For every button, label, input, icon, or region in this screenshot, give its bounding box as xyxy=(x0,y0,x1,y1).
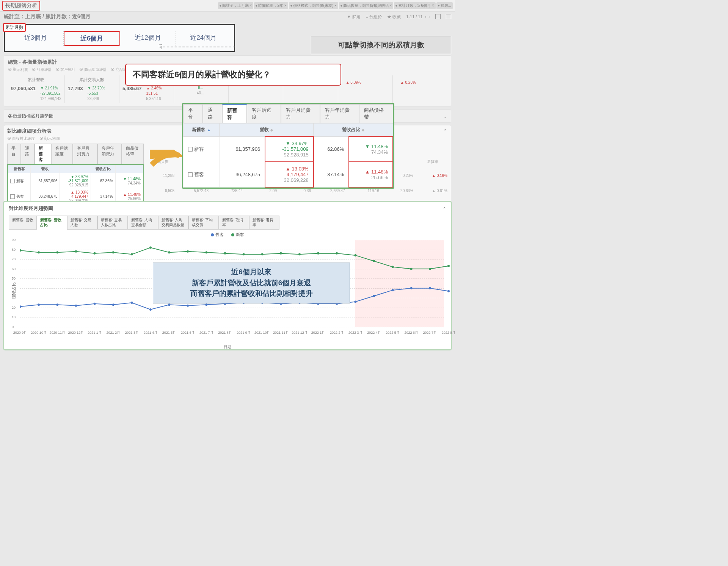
overlay-tab[interactable]: 商品價格帶 xyxy=(359,104,393,123)
svg-point-10 xyxy=(205,303,207,306)
grid-view-icon[interactable] xyxy=(435,14,441,19)
detail-tab[interactable]: 通路 xyxy=(21,144,35,164)
svg-point-46 xyxy=(429,268,431,270)
period-option[interactable]: 近6個月 xyxy=(64,31,121,46)
chart-tab[interactable]: 新舊客: 退貨率 xyxy=(249,216,279,230)
chart-tabs: 新舊客: 營收新舊客: 營收占比新舊客: 交易人數新舊客: 交易人數占比新舊客:… xyxy=(9,216,446,230)
svg-point-9 xyxy=(187,305,189,307)
detail-subtab[interactable]: ⦿ 顯示利潤 xyxy=(39,136,60,141)
chart-tab[interactable]: 新舊客: 交易人數占比 xyxy=(97,216,128,230)
pager-prev-icon[interactable]: ‹ xyxy=(425,14,427,19)
chart-title: 對比維度逐月趨勢圖 xyxy=(9,205,53,212)
chart-panel: 對比維度逐月趨勢圖 ⌃ 新舊客: 營收新舊客: 營收占比新舊客: 交易人數新舊客… xyxy=(3,201,452,350)
period-option[interactable]: 近12個月 xyxy=(120,31,176,46)
chevron-up-icon[interactable]: ⌃ xyxy=(442,206,446,212)
chart-tab[interactable]: 新舊客: 取消率 xyxy=(219,216,249,230)
period-label: 累計月數 xyxy=(3,23,26,32)
chart-tab[interactable]: 新舊客: 交易人數 xyxy=(67,216,97,230)
filter-chip[interactable]: ▾商品數量：銷售折扣與贈品 × xyxy=(339,2,394,9)
svg-point-33 xyxy=(187,250,189,253)
filter-chip[interactable]: ▾搜尋... xyxy=(436,2,453,9)
overlay-table-grid: 新舊客▲營收◆營收占比◆ 新客 61,357,906 ▼ 33.97%-31,5… xyxy=(183,123,393,188)
svg-point-31 xyxy=(149,246,152,249)
legend-item-old[interactable]: 舊客 xyxy=(211,232,224,238)
arrow-icon xyxy=(150,150,184,169)
svg-point-22 xyxy=(429,287,431,289)
summary-subtab[interactable]: ⦿ 客戶統計 xyxy=(56,67,76,72)
detail-subtab[interactable]: ⦿ 自設對比維度 xyxy=(7,136,35,141)
bg-row-2: 6,5055,572.43735.442.090.362,669.47-119.… xyxy=(143,189,450,193)
svg-point-47 xyxy=(447,265,450,267)
chart-tab[interactable]: 新舊客: 平均成交價 xyxy=(188,216,219,230)
filter-chip[interactable]: ▾篩註至：上月底 × xyxy=(218,2,254,9)
overlay-tabs: 平台通路新舊客客戶活躍度客戶月消費力客戶年消費力商品價格帶 xyxy=(183,104,393,123)
filter-chips: ▾篩註至：上月底 ×▾時間範圍：2年 ×▾價格模式：銷售價(未稅) ×▾商品數量… xyxy=(218,2,453,9)
chart-tab[interactable]: 新舊客: 營收占比 xyxy=(37,216,67,230)
overlay-tab[interactable]: 新舊客 xyxy=(222,104,246,123)
svg-point-3 xyxy=(75,305,77,307)
summary-subtab[interactable]: ⦿ 顯示利潤 xyxy=(8,67,28,72)
summary-subtab[interactable]: ⦿ 訂單統計 xyxy=(32,67,52,72)
overlay-tab[interactable]: 客戶月消費力 xyxy=(281,104,320,123)
filter-chip[interactable]: ▾累計月數：近6個月 × xyxy=(394,2,435,9)
period-option[interactable]: 近24個月 xyxy=(176,31,231,46)
period-option[interactable]: 近3個月 xyxy=(8,31,64,46)
table-row[interactable]: 新客61,357,906▼ 33.97%-31,571,00992,928,91… xyxy=(8,173,143,189)
svg-point-32 xyxy=(168,251,170,253)
detail-tab[interactable]: 平台 xyxy=(7,144,21,164)
table-row[interactable]: 新客 61,357,906 ▼ 33.97%-31,571,00992,928,… xyxy=(184,136,393,162)
page-title: 長期趨勢分析 xyxy=(2,1,40,11)
chart-tab[interactable]: 新舊客: 營收 xyxy=(9,216,37,230)
chart-area: 營收占比 近6個月以來新客戶累計營收及佔比就前6個月衰退而舊客戶的累計營收和佔比… xyxy=(9,240,446,335)
metric-card: 累計交易人數17,793▼ 23.79%-5,55323,346 xyxy=(65,75,119,103)
pager-text: 1-11 / 11 xyxy=(406,14,422,19)
filter-chip[interactable]: ▾價格模式：銷售價(未稅) × xyxy=(289,2,338,9)
detail-tabs: 平台通路新舊客客戶活躍度客戶月消費力客戶年消費力商品價格帶 xyxy=(7,144,144,164)
legend-item-new[interactable]: 新客 xyxy=(231,232,244,238)
summary-subtab[interactable]: ⦿ 商品型號統計 xyxy=(79,67,107,72)
chevron-down-icon: ⌄ xyxy=(443,114,447,119)
detail-tab[interactable]: 客戶活躍度 xyxy=(51,144,73,164)
overlay-tab[interactable]: 通路 xyxy=(203,104,223,123)
subtitle-row: 統計至：上月底 / 累計月數：近6個月 ▼ 篩選 ≡ 分組於 ★ 收藏 1-11… xyxy=(0,12,455,22)
overlay-table: 平台通路新舊客客戶活躍度客戶月消費力客戶年消費力商品價格帶 新舊客▲營收◆營收占… xyxy=(182,103,394,189)
callout-period: 可點擊切換不同的累積月數 xyxy=(311,36,451,54)
svg-point-45 xyxy=(410,268,413,270)
chart-tab[interactable]: 新舊客: 人均交易商品數量 xyxy=(158,216,188,230)
chevron-up-icon[interactable]: ⌃ xyxy=(443,128,447,134)
checkbox-icon[interactable] xyxy=(188,147,193,152)
svg-point-41 xyxy=(336,252,338,255)
svg-point-30 xyxy=(131,253,133,255)
metric-card: ▲ 0.26% xyxy=(393,75,447,103)
svg-point-36 xyxy=(243,253,245,255)
detail-tab[interactable]: 新舊客 xyxy=(35,144,51,164)
overlay-tab[interactable]: 客戶年消費力 xyxy=(320,104,359,123)
svg-point-40 xyxy=(317,252,319,255)
cursor-icon: ☟ xyxy=(158,43,163,51)
svg-point-38 xyxy=(280,252,282,255)
svg-point-26 xyxy=(56,251,58,253)
table-row[interactable]: 舊客 36,248,675 ▲ 13.03%4,179,44732,069,22… xyxy=(184,162,393,187)
chart-legend: 舊客 新客 xyxy=(9,232,446,238)
svg-point-44 xyxy=(392,266,394,268)
overlay-tab[interactable]: 平台 xyxy=(183,104,203,123)
filter-tool[interactable]: ▼ 篩選 xyxy=(347,14,361,20)
favorite-tool[interactable]: ★ 收藏 xyxy=(387,14,401,20)
overlay-tab[interactable]: 客戶活躍度 xyxy=(247,104,281,123)
filter-chip[interactable]: ▾時間範圍：2年 × xyxy=(254,2,288,9)
group-tool[interactable]: ≡ 分組於 xyxy=(366,14,382,20)
svg-point-23 xyxy=(447,290,450,292)
checkbox-icon[interactable] xyxy=(188,172,193,177)
svg-point-7 xyxy=(149,308,152,311)
detail-tab[interactable]: 客戶月消費力 xyxy=(73,144,97,164)
svg-point-0 xyxy=(20,305,21,308)
detail-tab[interactable]: 商品價格帶 xyxy=(122,144,144,164)
detail-tab[interactable]: 客戶年消費力 xyxy=(97,144,122,164)
top-bar: 長期趨勢分析 ▾篩註至：上月底 ×▾時間範圍：2年 ×▾價格模式：銷售價(未稅)… xyxy=(0,0,455,12)
svg-point-25 xyxy=(38,251,40,253)
svg-point-42 xyxy=(354,254,356,256)
list-view-icon[interactable] xyxy=(446,14,451,19)
pager-next-icon[interactable]: › xyxy=(428,14,430,19)
chart-tab[interactable]: 新舊客: 人均交易金額 xyxy=(128,216,158,230)
svg-point-28 xyxy=(94,252,96,255)
